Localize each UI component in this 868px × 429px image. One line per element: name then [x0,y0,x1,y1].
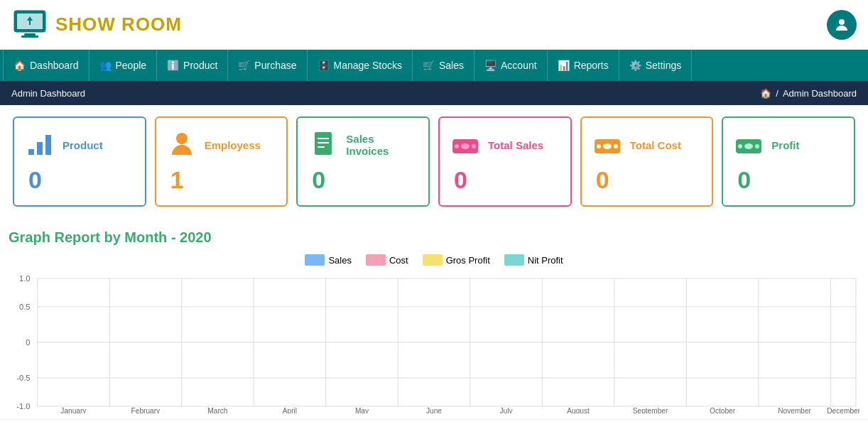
card-label-total-cost: Total Cost [630,139,681,151]
profit-icon [734,129,763,158]
footer: Copyright © 2020 www.devmizanur.com. All… [0,419,868,429]
graph-title: Graph Report by Month - 2020 [9,229,859,246]
stat-card-profit: Profit 0 [722,116,855,207]
nav-label-settings: Settings [646,60,682,71]
legend-item-gros-profit: Gros Profit [423,254,490,266]
svg-text:November: November [778,407,811,413]
breadcrumb-current: Admin Dashboard [783,88,857,99]
nav-icon-dashboard: 🏠 [13,60,26,71]
home-icon: 🏠 [760,88,771,99]
nav-icon-account: 🖥️ [484,60,497,71]
card-top-total-cost: Total Cost [593,129,701,161]
svg-text:December: December [827,407,859,413]
nav-icon-reports: 📊 [558,60,570,71]
nav-label-dashboard: Dashboard [30,60,79,71]
svg-text:October: October [710,407,736,413]
graph-section: Graph Report by Month - 2020 SalesCostGr… [0,218,868,419]
card-top-employees: Employess [168,129,276,161]
breadcrumb-left: Admin Dashboard [11,88,85,99]
svg-point-21 [614,144,618,148]
chart-svg: 1.0 0.5 0 -0.5 -1.0 January February Mar… [9,271,859,413]
card-value-total-sales: 0 [451,166,467,194]
logo-area: SHOW ROOM [11,6,182,43]
svg-point-17 [472,144,476,148]
chart-area: 1.0 0.5 0 -0.5 -1.0 January February Mar… [9,271,859,413]
legend-item-cost: Cost [366,254,408,266]
nav-item-reports[interactable]: 📊Reports [548,50,619,81]
nav-item-settings[interactable]: ⚙️Settings [619,50,693,81]
card-label-sales-invoices: Sales Invoices [346,133,417,157]
legend-box-nit-profit [504,254,524,266]
nav-item-manage-stocks[interactable]: 🗄️Manage Stocks [308,50,413,81]
svg-text:February: February [131,407,161,413]
svg-rect-11 [318,138,329,139]
svg-text:March: March [207,407,227,413]
svg-text:-0.5: -0.5 [16,374,30,382]
nav-label-manage-stocks: Manage Stocks [334,60,403,71]
nav-label-account: Account [501,60,537,71]
card-label-product: Product [63,139,103,151]
user-avatar[interactable] [827,10,857,40]
card-value-total-cost: 0 [593,166,609,194]
breadcrumb-separator: / [776,88,779,99]
legend-label-nit-profit: Nit Profit [528,255,563,266]
svg-rect-7 [37,142,43,155]
card-label-total-sales: Total Sales [488,139,543,151]
nav-icon-sales: 🛒 [423,60,435,71]
legend-box-sales [305,254,325,266]
nav-item-dashboard[interactable]: 🏠Dashboard [3,50,89,81]
nav-item-sales[interactable]: 🛒Sales [413,50,474,81]
nav-item-product[interactable]: ℹ️Product [157,50,228,81]
stat-card-sales-invoices: Sales Invoices 0 [296,116,430,207]
stat-card-employees: Employess 1 [155,116,288,207]
stat-card-total-cost: Total Cost 0 [580,116,714,207]
svg-rect-4 [21,36,38,38]
nav-icon-people: 👥 [99,60,112,71]
card-icon-sales-invoices [309,129,337,161]
svg-point-23 [744,143,753,149]
nav-item-purchase[interactable]: 🛒Purchase [228,50,307,81]
card-icon-employees [168,129,196,161]
svg-text:May: May [355,407,369,413]
svg-text:-1.0: -1.0 [16,402,30,411]
legend-label-cost: Cost [389,255,408,266]
legend-item-sales: Sales [305,254,352,266]
legend-box-gros-profit [423,254,443,266]
user-icon [833,16,850,33]
card-icon-profit [734,129,763,161]
svg-point-15 [461,143,470,149]
legend-box-cost [366,254,386,266]
invoices-icon [309,129,337,158]
nav-item-people[interactable]: 👥People [89,50,158,81]
nav-label-purchase: Purchase [254,60,296,71]
svg-text:September: September [633,407,668,413]
svg-text:0.5: 0.5 [19,303,31,311]
card-top-profit: Profit [734,129,842,161]
card-icon-total-cost [593,129,622,161]
card-value-employees: 1 [168,166,184,194]
nav-label-product: Product [183,60,217,71]
svg-rect-13 [318,146,325,148]
svg-point-9 [176,133,188,144]
breadcrumb-bar: Admin Dashboard 🏠 / Admin Dashboard [0,81,868,105]
svg-point-5 [839,19,845,25]
product-icon [26,129,54,158]
nav-item-account[interactable]: 🖥️Account [474,50,548,81]
card-value-sales-invoices: 0 [309,166,325,194]
svg-text:June: June [426,407,442,413]
logo-icon [11,6,48,43]
chart-container: SalesCostGros ProfitNit Profit [9,254,859,413]
total-sales-icon [451,129,479,158]
chart-legend: SalesCostGros ProfitNit Profit [9,254,859,266]
svg-point-16 [455,144,459,148]
stat-card-total-sales: Total Sales 0 [438,116,572,207]
header: SHOW ROOM [0,0,868,50]
logo-text: SHOW ROOM [55,13,182,36]
stats-cards-row: Product 0 Employess 1 Sales Invoices 0 T… [0,105,868,218]
card-top-sales-invoices: Sales Invoices [309,129,417,161]
card-value-product: 0 [26,166,42,194]
svg-point-24 [738,144,742,148]
total-cost-icon [593,129,622,158]
svg-point-20 [597,144,601,148]
legend-item-nit-profit: Nit Profit [504,254,563,266]
